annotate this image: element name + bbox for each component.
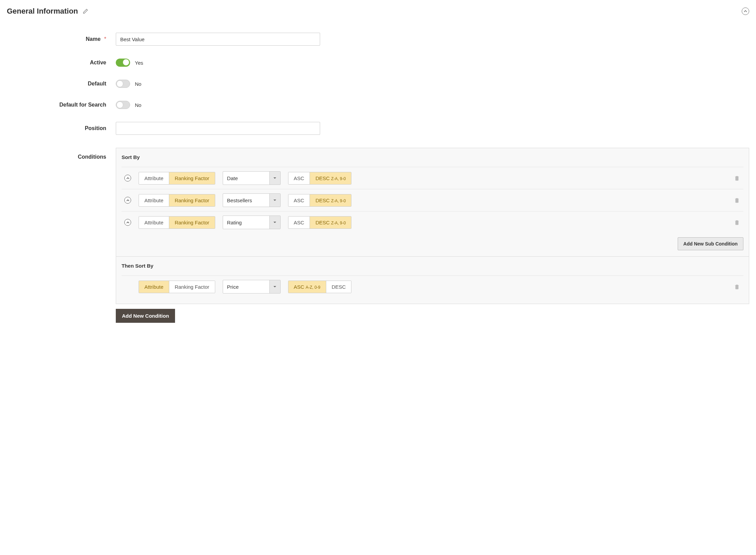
type-segment: Attribute Ranking Factor [139, 194, 215, 207]
default-value: No [135, 81, 141, 87]
chevron-down-icon [269, 216, 280, 229]
active-value: Yes [135, 60, 143, 66]
seg-asc[interactable]: ASC [288, 172, 310, 184]
value-dropdown[interactable]: Date [223, 171, 281, 185]
condition-row: Attribute Ranking Factor Date ASC DESCZ-… [122, 167, 743, 189]
position-input[interactable] [116, 122, 320, 135]
seg-desc[interactable]: DESCZ-A, 9-0 [310, 172, 351, 184]
value-dropdown[interactable]: Rating [223, 216, 281, 229]
row-collapse-button[interactable] [124, 219, 131, 226]
add-sub-condition-button[interactable]: Add New Sub Condition [678, 237, 743, 250]
type-segment: Attribute Ranking Factor [139, 281, 215, 293]
section-header: General Information [7, 7, 749, 16]
edit-icon[interactable] [83, 9, 88, 14]
name-input[interactable] [116, 33, 320, 46]
seg-ranking-factor[interactable]: Ranking Factor [169, 194, 215, 206]
conditions-box: Sort By Attribute Ranking Factor Date [116, 148, 749, 304]
seg-desc[interactable]: DESCZ-A, 9-0 [310, 194, 351, 206]
default-toggle[interactable] [116, 80, 130, 88]
section-title: General Information [7, 7, 78, 16]
direction-segment: ASC DESCZ-A, 9-0 [288, 172, 352, 185]
type-segment: Attribute Ranking Factor [139, 216, 215, 229]
condition-row: Attribute Ranking Factor Price ASCA-Z, 0… [122, 275, 743, 298]
chevron-down-icon [269, 172, 280, 185]
trash-icon[interactable] [734, 219, 740, 225]
seg-attribute[interactable]: Attribute [139, 281, 169, 293]
field-row-conditions: Conditions Sort By Attribute Ranking Fac… [7, 148, 749, 323]
field-row-active: Active Yes [7, 59, 749, 67]
label-active: Active [90, 60, 106, 65]
required-indicator: * [104, 36, 106, 42]
dropdown-value: Date [223, 172, 269, 185]
seg-attribute[interactable]: Attribute [139, 172, 169, 184]
seg-asc[interactable]: ASC [288, 194, 310, 206]
label-default: Default [88, 81, 106, 86]
dropdown-value: Bestsellers [223, 194, 269, 207]
default-search-value: No [135, 102, 141, 108]
direction-segment: ASCA-Z, 0-9 DESC [288, 281, 352, 293]
label-position: Position [85, 125, 106, 131]
condition-row: Attribute Ranking Factor Bestsellers ASC… [122, 189, 743, 211]
default-search-toggle[interactable] [116, 101, 130, 109]
seg-ranking-factor[interactable]: Ranking Factor [169, 281, 215, 293]
trash-icon[interactable] [734, 175, 740, 181]
chevron-down-icon [269, 194, 280, 207]
trash-icon[interactable] [734, 197, 740, 203]
active-toggle[interactable] [116, 59, 130, 67]
label-name: Name [86, 36, 101, 42]
sort-by-section: Sort By Attribute Ranking Factor Date [116, 148, 749, 257]
row-collapse-button[interactable] [124, 197, 131, 204]
row-collapse-button[interactable] [124, 175, 131, 181]
seg-ranking-factor[interactable]: Ranking Factor [169, 217, 215, 228]
field-row-position: Position [7, 122, 749, 135]
seg-ranking-factor[interactable]: Ranking Factor [169, 172, 215, 184]
direction-segment: ASC DESCZ-A, 9-0 [288, 216, 352, 229]
label-conditions: Conditions [78, 154, 106, 160]
field-row-name: Name * [7, 33, 749, 46]
then-sort-by-title: Then Sort By [122, 263, 743, 269]
add-new-condition-button[interactable]: Add New Condition [116, 309, 175, 323]
field-row-default-search: Default for Search No [7, 101, 749, 109]
trash-icon[interactable] [734, 284, 740, 290]
direction-segment: ASC DESCZ-A, 9-0 [288, 194, 352, 207]
value-dropdown[interactable]: Bestsellers [223, 193, 281, 207]
seg-desc[interactable]: DESC [326, 281, 351, 293]
field-row-default: Default No [7, 80, 749, 88]
type-segment: Attribute Ranking Factor [139, 172, 215, 185]
seg-asc[interactable]: ASCA-Z, 0-9 [288, 281, 326, 293]
seg-asc[interactable]: ASC [288, 217, 310, 228]
value-dropdown[interactable]: Price [223, 280, 281, 294]
condition-row: Attribute Ranking Factor Rating ASC DESC… [122, 211, 743, 233]
sort-by-title: Sort By [122, 154, 743, 160]
dropdown-value: Rating [223, 216, 269, 229]
seg-desc[interactable]: DESCZ-A, 9-0 [310, 217, 351, 228]
dropdown-value: Price [223, 280, 269, 293]
label-default-search: Default for Search [59, 102, 106, 108]
chevron-down-icon [269, 280, 280, 293]
section-collapse-button[interactable] [742, 7, 749, 15]
seg-attribute[interactable]: Attribute [139, 217, 169, 228]
then-sort-by-section: Then Sort By Attribute Ranking Factor Pr… [116, 257, 749, 304]
seg-attribute[interactable]: Attribute [139, 194, 169, 206]
